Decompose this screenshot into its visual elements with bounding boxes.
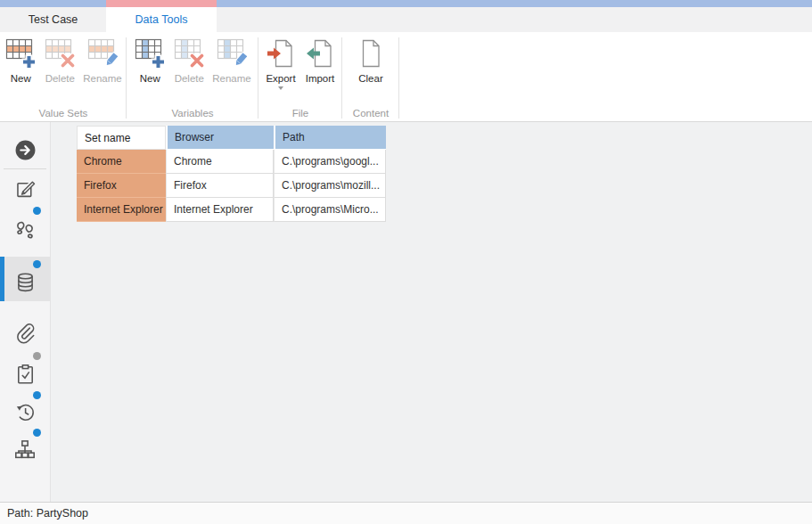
steps-badge — [33, 207, 41, 215]
button-label: Rename — [83, 73, 121, 84]
button-label: Export — [266, 73, 295, 84]
row-ie-set-name[interactable]: Internet Explorer — [77, 198, 166, 222]
row-ie-browser[interactable]: Internet Explorer — [166, 198, 274, 222]
column-header-browser[interactable]: Browser — [166, 126, 274, 150]
table-rename-icon — [87, 38, 118, 69]
data-sets-badge — [33, 260, 41, 268]
row-chrome-browser[interactable]: Chrome — [166, 150, 274, 174]
value-sets-rename-button[interactable]: Rename — [79, 38, 125, 84]
column-add-icon — [135, 38, 165, 69]
value-sets-table: Set name Browser Path Chrome Chrome C.\p… — [77, 126, 386, 222]
group-label-file: File — [258, 108, 342, 119]
export-button[interactable]: Export — [261, 38, 300, 90]
row-firefox-path[interactable]: C.\programs\mozill... — [274, 174, 386, 198]
structure-badge — [33, 429, 41, 437]
row-firefox-browser[interactable]: Firefox — [166, 174, 274, 198]
history-clock-icon — [13, 401, 37, 423]
button-label: New — [140, 73, 160, 84]
button-label: Delete — [45, 73, 75, 84]
button-label: New — [11, 73, 31, 84]
left-sidebar — [0, 122, 51, 502]
row-ie-path[interactable]: C.\programs\Micro... — [274, 198, 386, 222]
ribbon-tab-bar: Test Case Data Tools — [0, 7, 812, 32]
export-file-icon — [266, 38, 296, 69]
group-value-sets: New Delete — [0, 32, 127, 121]
row-firefox-set-name[interactable]: Firefox — [77, 174, 166, 198]
sidebar-item-data-sets[interactable] — [0, 271, 50, 294]
blank-file-icon — [356, 38, 386, 69]
status-bar: Path: PartyShop — [0, 502, 812, 524]
button-label: Delete — [175, 73, 204, 84]
row-chrome-path[interactable]: C.\programs\googl... — [274, 150, 386, 174]
button-label: Rename — [212, 73, 250, 84]
arrow-circle-right-icon — [14, 139, 37, 161]
tab-test-case[interactable]: Test Case — [0, 7, 106, 32]
group-file: Export Import File — [258, 32, 342, 121]
sidebar-item-edit[interactable] — [0, 177, 50, 200]
table-delete-icon — [45, 38, 75, 69]
window-top-strip — [0, 0, 812, 7]
paperclip-icon — [14, 322, 37, 345]
ribbon: New Delete — [0, 32, 812, 122]
active-tab-accent — [106, 0, 217, 7]
value-sets-new-button[interactable]: New — [1, 38, 40, 84]
column-header-set-name[interactable]: Set name — [77, 126, 166, 150]
clipboard-check-icon — [14, 363, 37, 386]
value-sets-delete-button[interactable]: Delete — [40, 38, 79, 84]
footsteps-icon — [13, 217, 37, 241]
group-label-value-sets: Value Sets — [0, 108, 127, 119]
status-path-text: Path: PartyShop — [7, 507, 88, 520]
sidebar-item-attachments[interactable] — [0, 322, 50, 345]
group-label-variables: Variables — [127, 108, 258, 119]
tab-data-tools[interactable]: Data Tools — [106, 7, 217, 32]
database-icon — [14, 271, 37, 294]
variables-rename-button[interactable]: Rename — [209, 38, 254, 84]
org-chart-icon — [13, 438, 37, 461]
column-delete-icon — [174, 38, 204, 69]
group-label-content: Content — [342, 108, 399, 119]
history-badge — [33, 391, 41, 399]
button-label: Clear — [358, 73, 382, 84]
sidebar-divider — [4, 168, 46, 169]
variables-new-button[interactable]: New — [130, 38, 169, 84]
column-header-path[interactable]: Path — [274, 126, 386, 150]
sidebar-item-start[interactable] — [0, 139, 50, 161]
column-rename-icon — [217, 38, 247, 69]
edit-pencil-icon — [14, 177, 37, 200]
sidebar-item-structure[interactable] — [0, 438, 50, 461]
group-variables: New Delete — [127, 32, 258, 121]
import-file-icon — [305, 38, 335, 69]
import-button[interactable]: Import — [300, 38, 340, 90]
group-content: Clear Content — [342, 32, 399, 121]
clear-button[interactable]: Clear — [351, 38, 390, 84]
export-dropdown-chevron-icon[interactable] — [278, 86, 283, 90]
sidebar-item-history[interactable] — [0, 401, 50, 423]
variables-delete-button[interactable]: Delete — [169, 38, 209, 84]
sidebar-item-checklist[interactable] — [0, 363, 50, 386]
checklist-badge — [33, 352, 41, 360]
button-label: Import — [306, 73, 335, 84]
table-add-icon — [5, 38, 36, 69]
sidebar-item-steps[interactable] — [0, 217, 50, 241]
row-chrome-set-name[interactable]: Chrome — [77, 150, 166, 174]
